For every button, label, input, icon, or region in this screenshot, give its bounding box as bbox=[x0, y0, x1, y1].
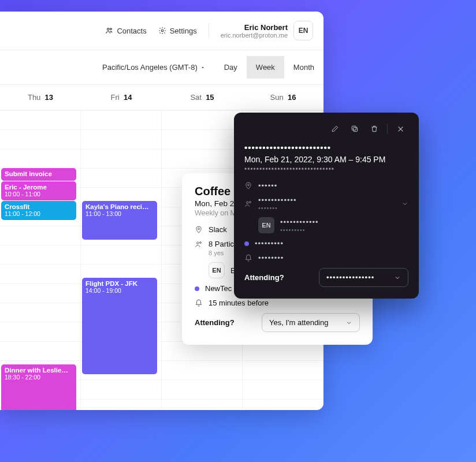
location-icon bbox=[244, 182, 252, 190]
location-row: •••••• bbox=[244, 181, 408, 190]
users-icon bbox=[195, 240, 203, 248]
settings-link[interactable]: Settings bbox=[158, 27, 197, 35]
calendar-event[interactable]: Flight PDX - JFK14:00 - 19:00 bbox=[82, 278, 157, 374]
day-header-cell: Thu 13 bbox=[0, 85, 81, 110]
event-popover-dark: •••••••••••••••••••••••• Mon, Feb 21, 20… bbox=[234, 113, 419, 299]
calendar-event[interactable]: Submit invoice bbox=[1, 168, 76, 181]
location-value: Slack bbox=[209, 225, 227, 234]
chevron-down-icon bbox=[345, 319, 352, 326]
org-line1-masked: •••••••••••• bbox=[280, 218, 319, 226]
participants-sub-masked: ••••••• bbox=[258, 204, 297, 211]
profile-name: Eric Norbert bbox=[221, 23, 288, 32]
calendar-event[interactable]: Kayla's Piano reci…11:00 - 13:00 bbox=[82, 201, 157, 240]
calendar-masked: ••••••••• bbox=[255, 239, 284, 248]
delete-button[interactable] bbox=[366, 121, 382, 137]
svg-point-4 bbox=[197, 241, 199, 244]
svg-point-10 bbox=[250, 201, 251, 203]
organizer-avatar: EN bbox=[209, 262, 225, 278]
svg-point-1 bbox=[110, 28, 112, 30]
toolbar: Pacific/Los Angeles (GMT-8) Day Week Mon… bbox=[0, 50, 323, 85]
org-line2-masked: ••••••••• bbox=[280, 226, 319, 233]
timezone-picker[interactable]: Pacific/Los Angeles (GMT-8) bbox=[93, 63, 215, 72]
profile-email: eric.norbert@proton.me bbox=[221, 32, 288, 39]
event-datetime: Mon, Feb 21, 2022, 9:30 AM – 9:45 PM bbox=[244, 155, 408, 164]
calendar-event[interactable]: Crossfit11:00 - 12:00 bbox=[1, 201, 76, 220]
calendar-name: NewTec bbox=[205, 284, 232, 293]
calendar-event[interactable]: Dinner with Leslie…18:30 - 22:00 bbox=[1, 364, 76, 410]
profile-area[interactable]: Eric Norbert eric.norbert@proton.me EN bbox=[221, 21, 313, 40]
day-header-cell: Fri 14 bbox=[81, 85, 162, 110]
reminder-masked: •••••••• bbox=[258, 254, 284, 262]
svg-point-5 bbox=[200, 241, 202, 243]
event-title-masked: •••••••••••••••••••••••• bbox=[244, 143, 408, 152]
participants-masked: •••••••••••• bbox=[258, 196, 297, 204]
calendar-color-dot bbox=[244, 241, 249, 246]
profile-text: Eric Norbert eric.norbert@proton.me bbox=[221, 23, 288, 39]
reminder-value: 15 minutes before bbox=[209, 299, 269, 307]
location-masked: •••••• bbox=[258, 181, 277, 190]
tab-week[interactable]: Week bbox=[247, 56, 284, 79]
calendar-event[interactable]: Eric - Jerome10:00 - 11:00 bbox=[1, 181, 76, 200]
avatar: EN bbox=[293, 21, 313, 40]
bell-icon bbox=[244, 254, 252, 262]
participants-value: 8 Partici bbox=[209, 240, 236, 248]
tab-day[interactable]: Day bbox=[215, 56, 247, 79]
attending-value: Yes, I'm attending bbox=[269, 318, 328, 327]
day-header-cell: Sun 16 bbox=[243, 85, 323, 110]
reminder-row: •••••••• bbox=[244, 254, 408, 262]
day-header-row: Thu 13Fri 14Sat 15Sun 16 bbox=[0, 85, 323, 110]
attending-label: Attending? bbox=[244, 273, 284, 282]
close-button[interactable] bbox=[392, 121, 408, 137]
divider bbox=[209, 23, 209, 39]
view-tabs: Day Week Month bbox=[215, 56, 323, 79]
bell-icon bbox=[195, 299, 203, 307]
day-header-cell: Sat 15 bbox=[162, 85, 243, 110]
svg-point-0 bbox=[107, 28, 110, 31]
svg-point-9 bbox=[247, 201, 249, 203]
attending-footer: Attending? Yes, I'm attending bbox=[195, 313, 360, 332]
attending-label: Attending? bbox=[195, 318, 235, 327]
tab-month[interactable]: Month bbox=[284, 56, 323, 79]
svg-rect-7 bbox=[352, 126, 356, 130]
chevron-down-icon bbox=[200, 65, 206, 70]
chevron-down-icon bbox=[394, 274, 401, 281]
reminder-row: 15 minutes before bbox=[195, 299, 360, 307]
svg-point-2 bbox=[161, 29, 163, 32]
contacts-icon bbox=[105, 27, 113, 35]
popover-actions bbox=[244, 121, 408, 137]
edit-button[interactable] bbox=[327, 121, 343, 137]
event-sub-masked: •••••••••••••••••••••••••••••• bbox=[244, 165, 408, 173]
divider bbox=[387, 124, 388, 134]
attending-value-masked: ••••••••••••••• bbox=[326, 273, 374, 282]
settings-label: Settings bbox=[170, 27, 197, 35]
contacts-label: Contacts bbox=[117, 27, 146, 35]
attending-select[interactable]: ••••••••••••••• bbox=[319, 268, 408, 287]
participants-row[interactable]: •••••••••••• ••••••• bbox=[244, 196, 408, 211]
timezone-label: Pacific/Los Angeles (GMT-8) bbox=[102, 63, 198, 72]
chevron-down-icon bbox=[401, 200, 408, 207]
attending-footer: Attending? ••••••••••••••• bbox=[244, 268, 408, 287]
organizer-row: EN •••••••••••• ••••••••• bbox=[244, 217, 408, 233]
svg-rect-6 bbox=[354, 128, 358, 132]
app-header: Contacts Settings Eric Norbert eric.norb… bbox=[0, 12, 323, 50]
calendar-row: ••••••••• bbox=[244, 239, 408, 248]
users-icon bbox=[244, 200, 252, 208]
location-icon bbox=[195, 226, 203, 234]
organizer-avatar: EN bbox=[258, 217, 274, 233]
svg-point-8 bbox=[248, 184, 250, 185]
attending-select[interactable]: Yes, I'm attending bbox=[262, 313, 360, 332]
calendar-color-dot bbox=[195, 286, 199, 291]
contacts-link[interactable]: Contacts bbox=[105, 27, 146, 35]
copy-button[interactable] bbox=[347, 121, 363, 137]
svg-point-3 bbox=[198, 228, 200, 229]
gear-icon bbox=[158, 27, 166, 35]
